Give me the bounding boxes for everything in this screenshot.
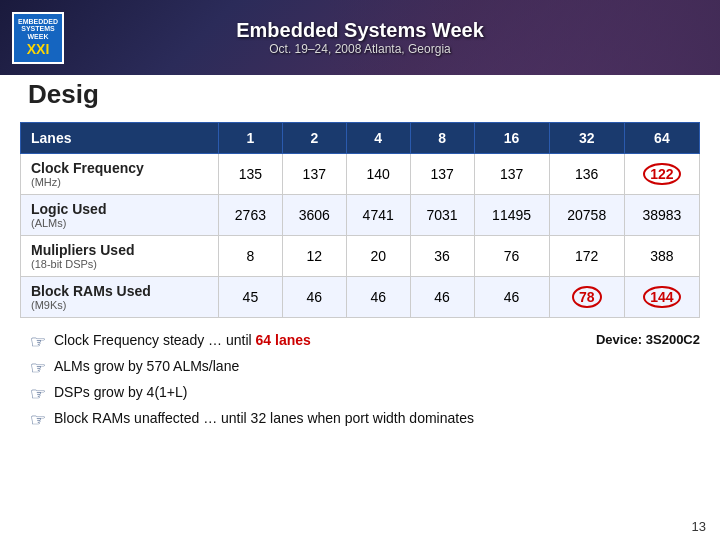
logo-roman: XXI — [27, 41, 50, 58]
col-header-4: 4 — [346, 123, 410, 154]
bullet-item-1: ☞ALMs grow by 570 ALMs/lane — [30, 358, 690, 379]
cell-r1-c1: 3606 — [282, 195, 346, 236]
bullet-highlight-2: 4(1+L) — [147, 384, 188, 400]
cell-r0-c4: 137 — [474, 154, 549, 195]
cell-r1-c6: 38983 — [624, 195, 699, 236]
cell-r2-c0: 8 — [218, 236, 282, 277]
page-number: 13 — [692, 519, 706, 534]
bullets-section: ☞Clock Frequency steady … until 64 lanes… — [20, 332, 700, 431]
bullet-text-3: Block RAMs unaffected … until 32 lanes w… — [54, 410, 474, 426]
table-row: Block RAMs Used(M9Ks)454646464678144 — [21, 277, 700, 318]
bullet-text-2: DSPs grow by 4(1+L) — [54, 384, 187, 400]
cell-r0-c5: 136 — [549, 154, 624, 195]
esw-logo: EMBEDDEDSYSTEMSWEEK XXI — [12, 12, 64, 64]
main-content: Lanes 1 2 4 8 16 32 64 Clock Frequency(M… — [0, 112, 720, 444]
cell-r1-c5: 20758 — [549, 195, 624, 236]
page-title: Desig — [20, 77, 107, 111]
bullet-item-3: ☞Block RAMs unaffected … until 32 lanes … — [30, 410, 690, 431]
col-header-16: 16 — [474, 123, 549, 154]
row-label-0: Clock Frequency(MHz) — [21, 154, 219, 195]
header-subtitle: Oct. 19–24, 2008 Atlanta, Georgia — [236, 42, 484, 56]
cell-r2-c4: 76 — [474, 236, 549, 277]
table-row: Logic Used(ALMs)276336064741703111495207… — [21, 195, 700, 236]
row-label-3: Block RAMs Used(M9Ks) — [21, 277, 219, 318]
cell-r3-c0: 45 — [218, 277, 282, 318]
header-title: Embedded Systems Week — [236, 19, 484, 42]
bullet-item-0: ☞Clock Frequency steady … until 64 lanes — [30, 332, 690, 353]
cell-r1-c2: 4741 — [346, 195, 410, 236]
cell-r3-c4: 46 — [474, 277, 549, 318]
table-row: Mulipliers Used(18-bit DSPs)812203676172… — [21, 236, 700, 277]
cell-r1-c4: 11495 — [474, 195, 549, 236]
cell-r3-c2: 46 — [346, 277, 410, 318]
cell-r2-c1: 12 — [282, 236, 346, 277]
col-header-2: 2 — [282, 123, 346, 154]
bullet-item-2: ☞DSPs grow by 4(1+L) — [30, 384, 690, 405]
bullet-highlight-1: 570 ALMs/lane — [147, 358, 240, 374]
header-title-area: Embedded Systems Week Oct. 19–24, 2008 A… — [236, 19, 484, 56]
cell-r3-c1: 46 — [282, 277, 346, 318]
cell-r2-c6: 388 — [624, 236, 699, 277]
data-table: Lanes 1 2 4 8 16 32 64 Clock Frequency(M… — [20, 122, 700, 318]
col-header-32: 32 — [549, 123, 624, 154]
cell-r1-c3: 7031 — [410, 195, 474, 236]
cell-r3-c3: 46 — [410, 277, 474, 318]
cell-r2-c3: 36 — [410, 236, 474, 277]
cell-r0-c2: 140 — [346, 154, 410, 195]
col-header-8: 8 — [410, 123, 474, 154]
cell-r3-c6: 144 — [624, 277, 699, 318]
cell-r0-c6: 122 — [624, 154, 699, 195]
header-banner: EMBEDDEDSYSTEMSWEEK XXI Embedded Systems… — [0, 0, 720, 75]
table-row: Clock Frequency(MHz)13513714013713713612… — [21, 154, 700, 195]
col-header-64: 64 — [624, 123, 699, 154]
cell-r0-c1: 137 — [282, 154, 346, 195]
cell-r2-c5: 172 — [549, 236, 624, 277]
col-header-1: 1 — [218, 123, 282, 154]
bullet-icon-0: ☞ — [30, 331, 46, 353]
bullet-highlight-0: 64 lanes — [256, 332, 311, 348]
logo-area: EMBEDDEDSYSTEMSWEEK XXI — [0, 12, 64, 64]
col-header-lanes: Lanes — [21, 123, 219, 154]
row-label-2: Mulipliers Used(18-bit DSPs) — [21, 236, 219, 277]
logo-text: EMBEDDEDSYSTEMSWEEK — [18, 18, 58, 41]
cell-r0-c3: 137 — [410, 154, 474, 195]
bullet-text-0: Clock Frequency steady … until 64 lanes — [54, 332, 311, 348]
cell-r0-c0: 135 — [218, 154, 282, 195]
bullet-icon-1: ☞ — [30, 357, 46, 379]
bullet-text-1: ALMs grow by 570 ALMs/lane — [54, 358, 239, 374]
bullet-icon-2: ☞ — [30, 383, 46, 405]
bullet-icon-3: ☞ — [30, 409, 46, 431]
row-label-1: Logic Used(ALMs) — [21, 195, 219, 236]
cell-r1-c0: 2763 — [218, 195, 282, 236]
bullet-highlight-3: 32 lanes when port width dominates — [251, 410, 474, 426]
cell-r2-c2: 20 — [346, 236, 410, 277]
table-header-row: Lanes 1 2 4 8 16 32 64 — [21, 123, 700, 154]
device-note: Device: 3S200C2 — [596, 332, 700, 347]
cell-r3-c5: 78 — [549, 277, 624, 318]
